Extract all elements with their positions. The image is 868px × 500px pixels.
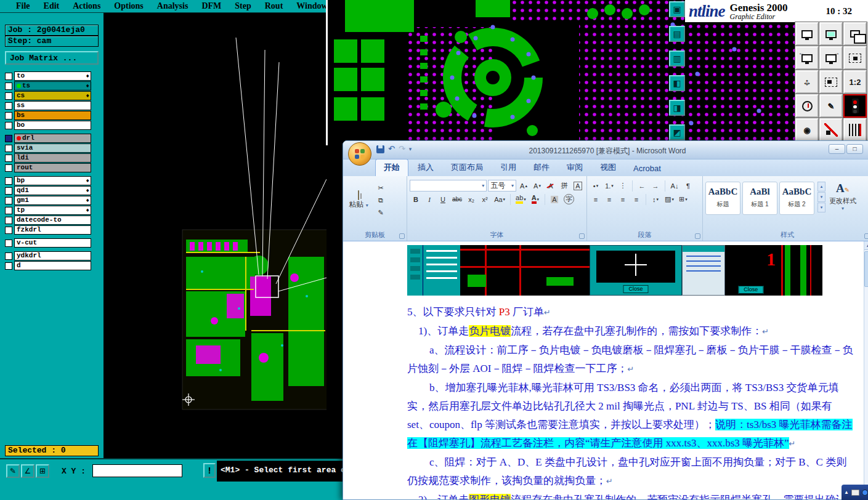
layer-name[interactable]: datecode-to [14,216,91,225]
split-right-button[interactable]: ◨ [669,100,685,116]
tab-Acrobat[interactable]: Acrobat [625,161,669,176]
layer-name[interactable]: to ♦ [14,71,91,81]
enclose-characters-button[interactable]: 字 [562,193,576,205]
underline-button[interactable]: U [437,193,449,205]
office-button[interactable] [348,142,371,166]
tab-开始[interactable]: 开始 [375,159,408,176]
panel-view-button[interactable]: ▥ [669,50,685,67]
menu-dfm[interactable]: DFM [201,1,221,11]
layer-visibility-checkbox[interactable] [5,252,12,260]
bold-button[interactable]: B [410,193,422,205]
layer-name[interactable]: bo [14,121,91,130]
alert-button[interactable]: ! [203,463,216,478]
tab-插入[interactable]: 插入 [410,159,442,176]
zoom-ratio-button[interactable]: 1:2 [843,70,867,94]
layer-name[interactable]: svia [14,143,91,153]
paste-button[interactable]: 粘贴 ▾ [346,188,371,210]
layer-visibility-checkbox[interactable] [5,207,12,214]
layer-name[interactable]: rout [14,163,91,172]
line-spacing-button[interactable]: ↕▾ [649,193,662,205]
edit-pen-button[interactable]: ✎ [819,94,843,118]
layer-visibility-checkbox[interactable] [5,135,12,142]
phonetic-guide-button[interactable]: 拼 [558,180,570,192]
layer-name[interactable]: drl [14,134,91,143]
hidden-icons-arrow-icon[interactable]: ▲ [844,490,849,495]
pen-tool-button[interactable]: ✎ [6,464,20,478]
tab-视图[interactable]: 视图 [592,159,624,176]
layer-name[interactable]: gm1 ♦ [14,196,91,205]
style-card[interactable]: AaBbC 标题 [705,182,740,215]
menu-rout[interactable]: Rout [265,1,283,11]
cut-button[interactable]: ✂ [375,182,387,194]
job-matrix-button[interactable]: Job Matrix ... [5,51,99,65]
layer-name[interactable]: ss [14,101,91,110]
tab-页面布局[interactable]: 页面布局 [443,159,491,176]
menu-options[interactable]: Options [114,1,143,11]
layer-name[interactable]: tp ♦ [14,206,91,215]
layer-visibility-checkbox[interactable] [5,187,12,195]
italic-button[interactable]: I [423,193,436,205]
tab-引用[interactable]: 引用 [492,159,524,176]
document-scrollbar[interactable]: ▲ [864,241,868,499]
sort-button[interactable]: A↓ [668,180,681,192]
bullets-button[interactable]: •▾ [590,180,602,192]
style-card[interactable]: AaBl 标题 1 [742,182,777,215]
layer-visibility-checkbox[interactable] [5,155,12,162]
clear-formatting-button[interactable]: A [545,180,557,192]
multilevel-list-button[interactable]: ⋮ [617,180,629,192]
font-dialog-launcher[interactable] [579,233,585,239]
stoplight-button[interactable] [843,94,867,118]
menu-edit[interactable]: Edit [44,1,60,11]
align-center-button[interactable]: ≡ [603,193,615,205]
import-view-button[interactable]: ← [795,46,819,70]
format-painter-button[interactable]: ✎ [375,207,387,219]
layer-name[interactable]: ldi [14,153,91,163]
barcode-tool-button[interactable] [843,118,867,142]
scrollbar-thumb[interactable] [864,251,868,287]
layer-visibility-checkbox[interactable] [5,73,12,80]
tab-审阅[interactable]: 审阅 [559,159,591,176]
font-name-combo[interactable]: ▾ [410,180,487,192]
layer-visibility-checkbox[interactable] [5,240,12,247]
grow-font-button[interactable]: A▴ [517,180,530,192]
system-tray[interactable]: ▲ [842,485,868,500]
tile-windows-button[interactable] [843,22,867,46]
redo-button[interactable]: ↷ [399,145,405,153]
character-shading-button[interactable]: A [548,193,561,205]
window-tile-button[interactable]: ▤ [669,26,685,42]
subscript-button[interactable]: x₂ [465,193,477,205]
layer-visibility-checkbox[interactable] [5,112,12,119]
layer-name[interactable]: d [14,261,91,270]
align-right-button[interactable]: ≡ [617,193,629,205]
shrink-font-button[interactable]: A▾ [531,180,543,192]
maximize-button[interactable]: □ [846,144,863,154]
menu-actions[interactable]: Actions [73,1,100,11]
font-size-combo[interactable]: 五号 ▾ [488,180,516,192]
gallery-down-icon[interactable]: ▾ [817,192,825,202]
clipboard-dialog-launcher[interactable] [399,233,405,239]
pcb-main-view[interactable] [103,13,327,458]
layer-visibility-checkbox[interactable] [5,262,12,270]
layer-visibility-checkbox[interactable] [5,83,12,90]
layer-visibility-checkbox[interactable] [5,197,12,204]
xy-input[interactable] [92,464,182,477]
menu-analysis[interactable]: Analysis [157,1,189,11]
minimize-button[interactable]: – [829,144,845,154]
superscript-button[interactable]: x² [479,193,491,205]
character-border-button[interactable]: A [572,180,584,192]
menu-file[interactable]: File [16,1,30,11]
view-screen-fill-button[interactable] [819,22,843,46]
justify-button[interactable]: ≡ [630,193,643,205]
shading-button[interactable]: ▨▾ [663,193,676,205]
text-highlight-button[interactable]: ab▾ [514,193,528,205]
clip-slash-button[interactable] [819,118,843,142]
gallery-more-icon[interactable]: ▾ [817,203,825,212]
layer-name[interactable]: ts ♦ [14,81,91,91]
layer-visibility-checkbox[interactable] [5,122,12,129]
decrease-indent-button[interactable]: ← [636,180,648,192]
save-icon[interactable] [376,145,384,153]
scroll-up-icon[interactable]: ▲ [864,241,868,250]
strikethrough-button[interactable]: abc [450,193,464,205]
word-title-bar[interactable]: 2013091211265970 [兼容模式] - Microsoft Word… [343,141,868,159]
layer-visibility-checkbox[interactable] [5,177,12,185]
